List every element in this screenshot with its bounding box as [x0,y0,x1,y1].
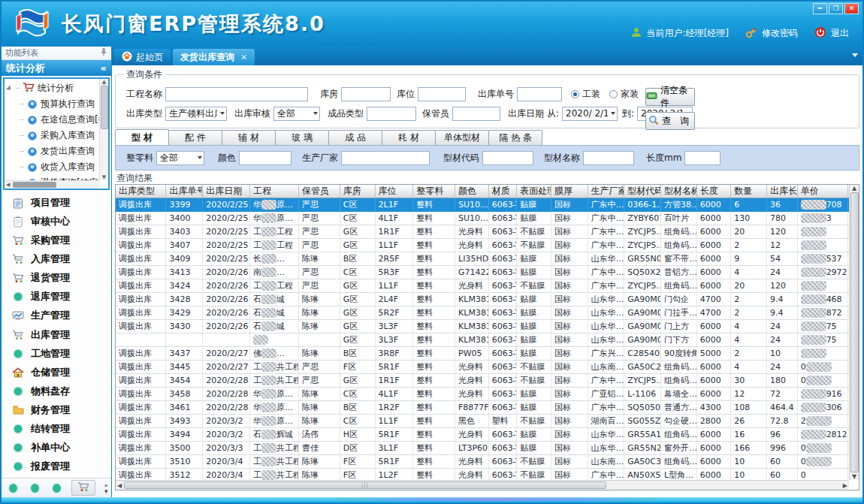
table-cell[interactable]: 2812 [797,428,847,442]
table-cell[interactable]: 整料 [413,320,455,333]
table-cell[interactable]: 2020/2/26 [203,320,250,333]
table-cell[interactable]: G区 [340,320,375,333]
scroll-down-icon[interactable]: ▼ [102,174,106,180]
table-cell[interactable]: 国标 [551,469,588,481]
table-row[interactable]: 调拨出库34582020/2/28华原…陈琳C区4L1F整料光身料6063-T5… [116,388,849,401]
column-header-14[interactable]: 型材名称 [661,185,697,198]
color-input[interactable] [239,151,292,165]
table-cell[interactable]: 贴膜 [517,306,551,320]
table-cell[interactable]: 山东华… [588,320,624,333]
table-cell[interactable]: 整料 [413,306,455,320]
table-cell[interactable]: 国标 [551,415,588,428]
grid-vertical-scrollbar[interactable]: ▲ ▼ [849,185,859,480]
table-cell[interactable]: 6063-T5 [488,401,517,415]
table-row[interactable]: 调拨出库34452020/2/27工共工程严思F区5R1F整料光身料6063-T… [116,361,849,374]
material-tab-4[interactable]: 成 品 [328,130,382,145]
table-cell[interactable]: GA90M06. [624,293,661,306]
table-cell[interactable]: 整料 [413,279,455,293]
table-cell[interactable]: 华原… [250,388,299,401]
tab-shipment-query[interactable]: 发货出库查询 ✕ [173,49,255,65]
table-cell[interactable]: KLM3817 [455,293,489,306]
table-cell[interactable]: 整料 [413,225,455,239]
table-cell[interactable]: 幕墙全… [661,388,697,401]
cart-panel-button[interactable] [71,480,95,496]
table-cell[interactable]: ZYCJP5… [624,279,661,293]
table-cell[interactable]: 贴膜 [517,252,551,266]
table-cell[interactable]: 24 [767,361,798,374]
table-row[interactable]: 调拨出库34942020/3/2石辉城汤伟H区5R1F整料光身料6063-T5贴… [116,428,849,442]
sidebar-item-5[interactable]: 退库管理 [12,288,111,306]
table-cell[interactable]: 708 [797,198,847,212]
audit-select[interactable]: 全部 [273,107,320,121]
table-cell[interactable]: 20 [731,279,767,293]
table-cell[interactable]: 整料 [413,361,455,374]
table-cell[interactable]: 调拨出库 [116,293,166,306]
more-panels-button[interactable]: »▾ [104,482,109,494]
table-cell[interactable]: 整料 [413,239,455,252]
table-cell[interactable]: 3445 [166,361,203,374]
table-cell[interactable] [797,239,847,252]
table-cell[interactable]: 5R1F [375,361,413,374]
table-cell[interactable]: 2020/2/26 [203,279,250,293]
column-header-1[interactable]: 出库单号 [166,185,203,198]
table-cell[interactable]: 整料 [413,333,455,347]
sidebar-item-14[interactable]: 报废管理 [12,457,111,475]
table-cell[interactable]: 4 [731,361,767,374]
table-cell[interactable]: 陈琳 [299,415,340,428]
table-cell[interactable]: 6000 [696,279,731,293]
table-cell[interactable]: 调拨出库 [116,361,166,374]
table-cell[interactable]: 2020/3/4 [203,455,250,469]
table-cell[interactable]: 2 [731,306,767,320]
table-cell[interactable]: C区 [340,212,375,225]
table-row[interactable]: 调拨出库34302020/2/26石城陈琳G区3L3F整料KLM38176063… [116,320,849,333]
table-cell[interactable]: 2020/3/2 [203,428,250,442]
table-cell[interactable]: 6000 [696,455,731,469]
table-cell[interactable]: 6063-T5 [488,374,517,388]
table-cell[interactable]: 国标 [551,212,588,225]
table-cell[interactable]: 36 [767,198,798,212]
table-row[interactable]: 调拨出库34372020/2/27佛…陈琳B区3R8F整料PW056063-T5… [116,347,849,361]
change-password-link[interactable]: 修改密码 [762,27,798,40]
table-row[interactable]: 调拨出库34032020/2/25工工程严思G区1R1F整料光身料6063-T5… [116,225,849,239]
table-cell[interactable]: 4300 [696,401,731,415]
table-cell[interactable]: 3 [797,212,847,225]
table-cell[interactable]: 0 [797,469,847,481]
table-cell[interactable]: 调拨出库 [116,306,166,320]
table-cell[interactable]: 4 [731,266,767,279]
table-cell[interactable]: 昔铝方… [661,266,697,279]
table-cell[interactable]: 6000 [696,469,731,481]
table-cell[interactable]: 6000 [696,388,731,401]
table-cell[interactable]: 0 [797,455,847,469]
table-cell[interactable] [797,347,847,361]
table-cell[interactable]: 24 [767,266,798,279]
table-cell[interactable]: 30 [731,374,767,388]
table-cell[interactable]: 6000 [696,225,731,239]
table-cell[interactable]: 1L2F [375,469,413,481]
table-cell[interactable]: 2020/2/26 [203,306,250,320]
material-tab-7[interactable]: 隔 热 条 [488,130,542,145]
column-header-16[interactable]: 数量 [731,185,767,198]
table-cell[interactable]: 陈琳 [299,320,340,333]
sidebar-item-3[interactable]: 入库管理 [12,250,111,268]
table-cell[interactable]: 调拨出库 [116,455,166,469]
scrollbar-thumb[interactable] [13,182,56,188]
profile-name-input[interactable] [583,151,634,165]
table-cell[interactable]: B区 [340,347,375,361]
table-cell[interactable]: G区 [340,293,375,306]
tree-root-node[interactable]: ┄ 统计分析 [8,80,99,96]
table-cell[interactable]: 90度转角 [661,347,697,361]
table-cell[interactable]: 调拨出库 [116,374,166,388]
material-tab-1[interactable]: 配 件 [168,130,222,145]
table-cell[interactable]: 4 [731,320,767,333]
table-cell[interactable]: 120 [767,279,798,293]
table-row[interactable]: 调拨出库34292020/2/26石城陈琳G区5R2F整料KLM38176063… [116,306,849,320]
table-cell[interactable]: 整料 [413,442,455,455]
table-cell[interactable]: 6063-T5 [488,347,517,361]
table-cell[interactable]: 陈琳 [299,455,340,469]
table-cell[interactable]: 门上方 [661,320,697,333]
table-cell[interactable]: 2800 [696,415,731,428]
table-cell[interactable]: 普通方… [661,401,697,415]
table-cell[interactable]: 工工程 [250,279,299,293]
column-header-17[interactable]: 出库长度 [767,185,798,198]
table-cell[interactable]: 组角码… [661,428,697,442]
